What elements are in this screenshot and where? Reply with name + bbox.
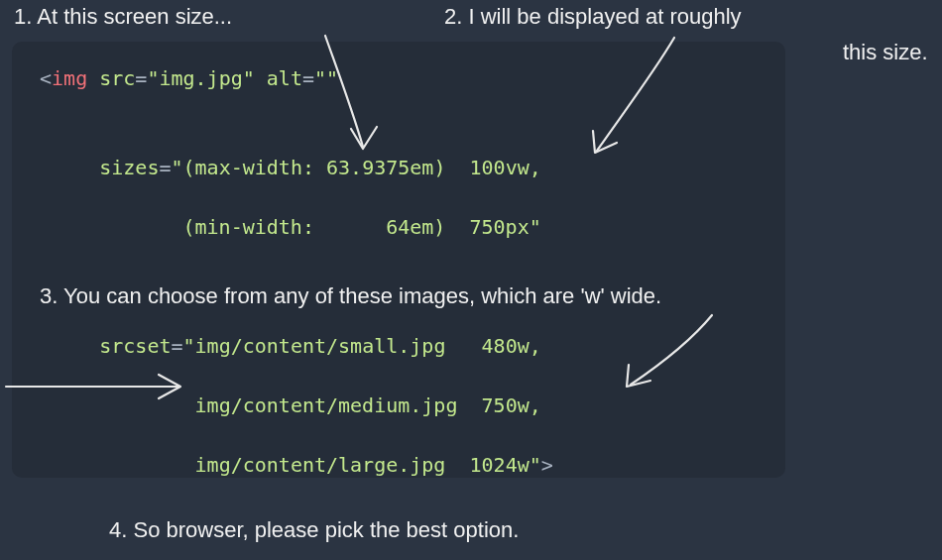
quote-open-2: " (183, 334, 195, 358)
attr-src: src (99, 66, 135, 90)
sizes-value-2: 750px (470, 215, 530, 239)
annotation-4: 4. So browser, please pick the best opti… (109, 517, 519, 543)
arrow-icon-2 (555, 32, 694, 161)
quote-close-2: " (530, 453, 541, 477)
attr-srcset: srcset (99, 334, 171, 358)
angle-bracket-close: > (541, 453, 553, 477)
annotation-2-line2: this size. (843, 40, 928, 65)
quote-close: " (530, 215, 541, 239)
annotation-1: 1. At this screen size... (14, 4, 232, 30)
srcset-path-2: img/content/medium.jpg (195, 393, 458, 417)
sizes-query-2: (min-width: 64em) (183, 215, 446, 239)
srcset-path-3: img/content/large.jpg (195, 453, 446, 477)
val-src: "img.jpg" (147, 66, 254, 90)
arrow-icon-1 (297, 30, 397, 159)
annotation-3: 3. You can choose from any of these imag… (40, 283, 661, 309)
srcset-width-1: 480w (482, 334, 530, 358)
srcset-path-1: img/content/small.jpg (195, 334, 446, 358)
srcset-width-3: 1024w (470, 453, 530, 477)
sizes-query-1: (max-width: 63.9375em) (183, 156, 446, 179)
srcset-width-2: 750w (482, 393, 530, 417)
sizes-value-1: 100vw (470, 156, 530, 179)
tag-img: img (52, 66, 87, 90)
quote-open: " (171, 156, 182, 179)
attr-sizes: sizes (99, 156, 159, 179)
angle-bracket-open: < (40, 66, 52, 90)
arrow-icon-3 (0, 367, 198, 406)
arrow-icon-4 (595, 307, 724, 396)
annotation-2-line1: 2. I will be displayed at roughly (444, 4, 742, 30)
